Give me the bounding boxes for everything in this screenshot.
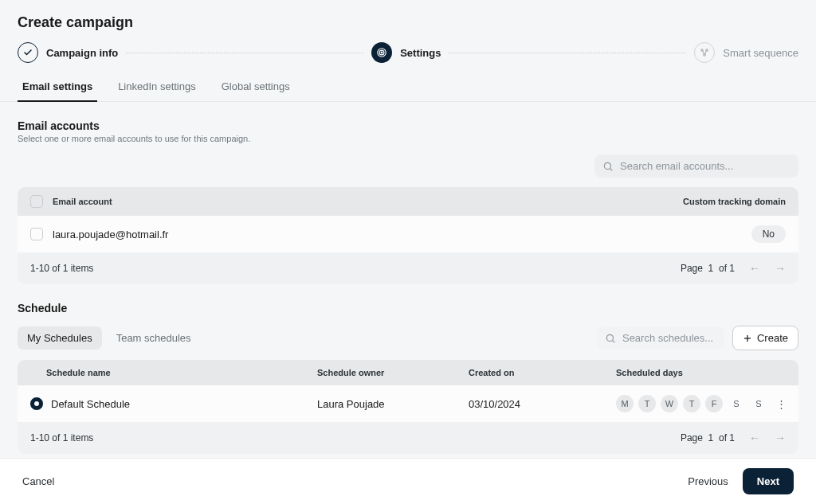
tab-global-settings[interactable]: Global settings	[217, 74, 295, 101]
svg-line-7	[610, 168, 613, 170]
row-checkbox[interactable]	[30, 228, 43, 240]
tracking-badge: No	[751, 225, 786, 243]
dots-vertical-icon: ⋮	[776, 398, 787, 410]
search-icon	[605, 333, 616, 344]
arrow-right-icon[interactable]: →	[775, 432, 786, 444]
day-chip-wed: W	[661, 395, 678, 412]
plus-icon	[743, 334, 752, 343]
table-footer: 1-10 of 1 items Page 1 of 1 ← →	[18, 422, 798, 454]
page-title: Create campaign	[0, 0, 816, 37]
svg-point-8	[606, 334, 613, 341]
svg-line-9	[613, 340, 615, 342]
schedule-table: Schedule name Schedule owner Created on …	[18, 360, 798, 454]
tab-linkedin-settings[interactable]: LinkedIn settings	[113, 74, 201, 101]
col-header-owner: Schedule owner	[317, 368, 469, 377]
table-row: laura.poujade@hotmail.fr No	[18, 216, 798, 252]
schedule-name-value: Default Schedule	[51, 398, 130, 410]
select-all-checkbox[interactable]	[30, 195, 43, 208]
check-icon	[18, 42, 38, 63]
target-icon	[371, 42, 392, 63]
next-button[interactable]: Next	[743, 468, 794, 494]
col-header-email: Email account	[53, 197, 666, 206]
email-account-value: laura.poujade@hotmail.fr	[53, 229, 666, 240]
page-footer: Cancel Previous Next	[0, 458, 816, 504]
table-row: Default Schedule Laura Poujade 03/10/202…	[18, 385, 798, 422]
email-accounts-title: Email accounts	[18, 119, 798, 132]
day-chip-mon: M	[616, 395, 634, 412]
col-header-created: Created on	[469, 368, 616, 377]
step-label: Campaign info	[46, 47, 118, 59]
create-schedule-button[interactable]: Create	[732, 326, 798, 350]
col-header-days: Scheduled days	[616, 368, 767, 377]
svg-point-4	[706, 49, 708, 52]
email-accounts-subtitle: Select one or more email accounts to use…	[18, 134, 798, 143]
email-accounts-table: Email account Custom tracking domain lau…	[18, 187, 798, 284]
col-header-tracking: Custom tracking domain	[666, 197, 786, 206]
range-text: 1-10 of 1 items	[30, 432, 93, 443]
svg-point-3	[701, 49, 704, 52]
schedule-radio[interactable]	[30, 397, 43, 410]
step-settings[interactable]: Settings	[371, 42, 441, 63]
arrow-left-icon[interactable]: ←	[749, 432, 760, 444]
tab-email-settings[interactable]: Email settings	[18, 74, 97, 102]
search-input[interactable]	[620, 160, 790, 172]
stepper-line	[449, 53, 686, 53]
day-chip-tue: T	[638, 395, 656, 412]
schedule-owner-value: Laura Poujade	[317, 398, 469, 410]
col-header-name: Schedule name	[30, 368, 317, 377]
day-chip-sat: S	[728, 395, 745, 412]
create-label: Create	[757, 332, 788, 344]
search-input[interactable]	[622, 332, 716, 344]
svg-point-6	[604, 162, 610, 169]
day-chip-fri: F	[705, 395, 723, 412]
step-campaign-info[interactable]: Campaign info	[18, 42, 118, 63]
previous-button[interactable]: Previous	[688, 475, 728, 487]
schedule-created-value: 03/10/2024	[469, 398, 616, 410]
segment-my-schedules[interactable]: My Schedules	[18, 326, 102, 350]
arrow-left-icon[interactable]: ←	[749, 262, 760, 275]
svg-point-2	[381, 52, 382, 53]
search-icon	[602, 161, 614, 172]
page-indicator: Page 1 of 1	[681, 432, 735, 443]
nodes-icon	[694, 42, 715, 63]
step-label: Smart sequence	[723, 47, 798, 59]
arrow-right-icon[interactable]: →	[775, 262, 786, 275]
stepper: Campaign info Settings Smart sequence	[0, 37, 816, 74]
cancel-button[interactable]: Cancel	[22, 475, 54, 487]
stepper-line	[126, 53, 363, 53]
row-actions-menu[interactable]: ⋮	[767, 398, 787, 410]
page-indicator: Page 1 of 1	[681, 263, 735, 274]
range-text: 1-10 of 1 items	[30, 263, 93, 274]
tracking-domain-value: No	[666, 225, 786, 243]
segment-team-schedules[interactable]: Team schedules	[107, 326, 201, 350]
search-schedules[interactable]	[597, 326, 724, 350]
settings-tabbar: Email settings LinkedIn settings Global …	[0, 74, 816, 102]
step-label: Settings	[400, 47, 441, 59]
day-chip-thu: T	[683, 395, 700, 412]
table-footer: 1-10 of 1 items Page 1 of 1 ← →	[18, 252, 798, 284]
schedule-segments: My Schedules Team schedules	[18, 326, 201, 350]
scheduled-days: M T W T F S S	[616, 395, 767, 412]
step-smart-sequence[interactable]: Smart sequence	[694, 42, 798, 63]
schedule-title: Schedule	[18, 302, 798, 315]
day-chip-sun: S	[750, 395, 767, 412]
search-email-accounts[interactable]	[594, 154, 798, 178]
